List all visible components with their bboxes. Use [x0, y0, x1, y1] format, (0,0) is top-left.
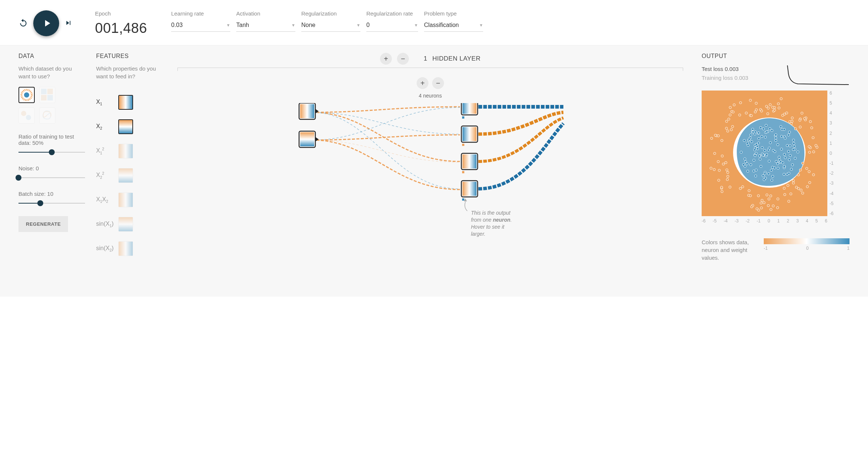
svg-point-196	[768, 198, 770, 200]
svg-point-168	[770, 195, 772, 197]
output-heatmap[interactable]	[702, 91, 827, 216]
feature-item-1[interactable]: X2	[96, 119, 159, 134]
svg-point-93	[748, 138, 750, 140]
regularization-select[interactable]: None ▼	[301, 20, 360, 32]
reset-button[interactable]	[18, 18, 28, 29]
ratio-slider[interactable]	[18, 149, 85, 156]
svg-point-105	[784, 157, 786, 159]
svg-point-69	[774, 134, 777, 136]
add-neuron-button[interactable]: +	[417, 77, 428, 89]
svg-point-199	[812, 137, 814, 139]
activation-select[interactable]: Tanh ▼	[236, 20, 295, 32]
svg-point-263	[783, 187, 785, 189]
layer-bracket	[177, 68, 683, 70]
svg-point-204	[749, 99, 752, 101]
add-layer-button[interactable]: +	[380, 53, 392, 65]
data-subtitle: Which dataset do you want to use?	[18, 65, 85, 80]
callout-line1: This is the output	[471, 210, 511, 216]
svg-rect-13	[119, 217, 133, 231]
svg-point-51	[789, 154, 791, 157]
svg-point-95	[770, 169, 772, 171]
svg-point-169	[808, 181, 811, 184]
svg-point-208	[729, 186, 731, 188]
learning-rate-label: Learning rate	[171, 10, 230, 17]
problem-type-select[interactable]: Classification ▼	[424, 20, 483, 32]
svg-point-58	[759, 155, 761, 157]
hidden-node-3[interactable]	[461, 153, 478, 173]
feature-item-3[interactable]: X22	[96, 168, 159, 183]
svg-point-189	[767, 204, 769, 207]
feature-item-4[interactable]: X1X2	[96, 192, 159, 207]
svg-rect-12	[119, 193, 133, 207]
svg-point-90	[766, 153, 768, 156]
input-node-x1[interactable]	[299, 103, 319, 119]
svg-point-202	[769, 103, 771, 106]
feature-item-2[interactable]: X12	[96, 144, 159, 158]
svg-point-115	[797, 151, 799, 153]
svg-point-234	[787, 184, 789, 187]
svg-marker-33	[464, 198, 467, 201]
svg-point-214	[711, 137, 713, 139]
svg-point-255	[808, 151, 811, 153]
neuron-count-label: 4 neurons	[170, 93, 691, 99]
svg-point-229	[788, 200, 790, 202]
feature-label: X2	[96, 123, 115, 130]
problem-type-value: Classification	[424, 22, 459, 28]
svg-point-78	[759, 158, 761, 160]
noise-slider[interactable]	[18, 174, 85, 181]
input-node-x2[interactable]	[299, 131, 319, 147]
svg-point-165	[766, 194, 768, 196]
hidden-node-2[interactable]	[461, 126, 478, 146]
dataset-xor[interactable]	[39, 87, 55, 103]
svg-point-144	[777, 143, 779, 146]
dataset-spiral[interactable]	[39, 108, 55, 124]
svg-marker-20	[315, 137, 319, 142]
svg-point-80	[752, 128, 754, 130]
svg-point-152	[743, 139, 745, 142]
feature-item-5[interactable]: sin(X1)	[96, 217, 159, 232]
svg-point-183	[794, 128, 797, 130]
svg-point-100	[767, 173, 770, 175]
dataset-gauss[interactable]	[18, 108, 35, 124]
feature-label: sin(X1)	[96, 221, 115, 228]
reg-rate-select[interactable]: 0 ▼	[366, 20, 418, 32]
hidden-node-4[interactable]	[461, 181, 478, 201]
svg-point-118	[757, 142, 760, 144]
svg-point-143	[793, 145, 795, 147]
svg-point-244	[749, 195, 752, 197]
svg-point-136	[745, 161, 747, 163]
hidden-node-1[interactable]	[461, 103, 478, 119]
svg-point-240	[791, 117, 793, 119]
regenerate-button[interactable]: REGENERATE	[18, 216, 68, 232]
svg-point-177	[767, 113, 769, 115]
dataset-circle[interactable]	[18, 87, 35, 103]
svg-point-53	[761, 135, 763, 137]
svg-point-223	[726, 130, 729, 132]
play-button[interactable]	[33, 10, 59, 36]
svg-point-206	[713, 168, 715, 171]
step-button[interactable]	[64, 19, 72, 28]
epoch-value: 001,486	[95, 20, 165, 36]
batch-slider[interactable]	[18, 200, 85, 207]
remove-neuron-button[interactable]: −	[432, 77, 444, 89]
ratio-label: Ratio of training to test data: 50%	[18, 133, 85, 146]
feature-item-6[interactable]: sin(X2)	[96, 241, 159, 256]
svg-point-190	[784, 193, 786, 195]
svg-point-87	[783, 128, 785, 130]
svg-point-258	[801, 192, 804, 194]
svg-point-154	[780, 126, 782, 128]
svg-point-246	[773, 109, 776, 111]
svg-point-213	[786, 112, 788, 114]
svg-point-49	[783, 173, 785, 175]
svg-point-254	[799, 126, 801, 128]
svg-rect-19	[300, 132, 314, 146]
svg-point-269	[763, 201, 765, 204]
svg-point-124	[778, 156, 780, 158]
svg-point-200	[729, 106, 731, 109]
learning-rate-select[interactable]: 0.03 ▼	[171, 20, 230, 32]
remove-layer-button[interactable]: −	[397, 53, 409, 65]
svg-rect-31	[462, 182, 477, 196]
svg-rect-3	[47, 95, 53, 100]
svg-point-127	[742, 164, 745, 166]
feature-item-0[interactable]: X1	[96, 95, 159, 110]
